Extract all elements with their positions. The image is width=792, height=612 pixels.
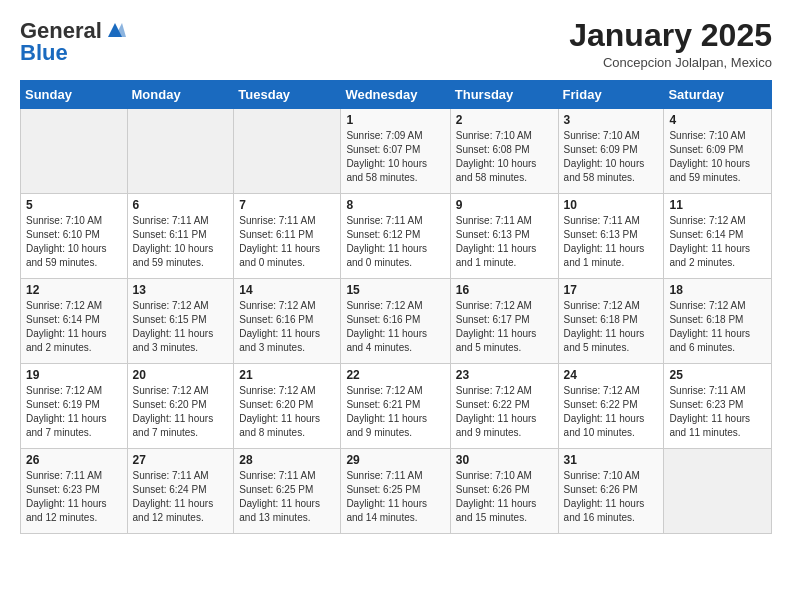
day-info: Sunrise: 7:10 AM Sunset: 6:09 PM Dayligh…	[669, 129, 766, 185]
calendar-cell: 23Sunrise: 7:12 AM Sunset: 6:22 PM Dayli…	[450, 364, 558, 449]
day-number: 9	[456, 198, 553, 212]
col-header-sunday: Sunday	[21, 81, 128, 109]
month-title: January 2025	[569, 18, 772, 53]
day-info: Sunrise: 7:12 AM Sunset: 6:17 PM Dayligh…	[456, 299, 553, 355]
day-number: 28	[239, 453, 335, 467]
day-info: Sunrise: 7:12 AM Sunset: 6:18 PM Dayligh…	[564, 299, 659, 355]
day-number: 5	[26, 198, 122, 212]
calendar-cell	[21, 109, 128, 194]
day-info: Sunrise: 7:11 AM Sunset: 6:23 PM Dayligh…	[26, 469, 122, 525]
calendar-cell: 28Sunrise: 7:11 AM Sunset: 6:25 PM Dayli…	[234, 449, 341, 534]
day-info: Sunrise: 7:12 AM Sunset: 6:22 PM Dayligh…	[456, 384, 553, 440]
day-number: 10	[564, 198, 659, 212]
day-info: Sunrise: 7:12 AM Sunset: 6:16 PM Dayligh…	[239, 299, 335, 355]
calendar-cell: 11Sunrise: 7:12 AM Sunset: 6:14 PM Dayli…	[664, 194, 772, 279]
day-info: Sunrise: 7:12 AM Sunset: 6:22 PM Dayligh…	[564, 384, 659, 440]
calendar-cell: 24Sunrise: 7:12 AM Sunset: 6:22 PM Dayli…	[558, 364, 664, 449]
calendar-cell: 4Sunrise: 7:10 AM Sunset: 6:09 PM Daylig…	[664, 109, 772, 194]
location-text: Concepcion Jolalpan, Mexico	[569, 55, 772, 70]
calendar-cell: 15Sunrise: 7:12 AM Sunset: 6:16 PM Dayli…	[341, 279, 450, 364]
calendar-week-3: 19Sunrise: 7:12 AM Sunset: 6:19 PM Dayli…	[21, 364, 772, 449]
day-number: 26	[26, 453, 122, 467]
calendar-cell: 7Sunrise: 7:11 AM Sunset: 6:11 PM Daylig…	[234, 194, 341, 279]
calendar-cell: 27Sunrise: 7:11 AM Sunset: 6:24 PM Dayli…	[127, 449, 234, 534]
col-header-tuesday: Tuesday	[234, 81, 341, 109]
day-number: 13	[133, 283, 229, 297]
day-info: Sunrise: 7:11 AM Sunset: 6:23 PM Dayligh…	[669, 384, 766, 440]
logo-icon	[104, 19, 126, 41]
day-info: Sunrise: 7:10 AM Sunset: 6:08 PM Dayligh…	[456, 129, 553, 185]
day-info: Sunrise: 7:11 AM Sunset: 6:11 PM Dayligh…	[133, 214, 229, 270]
calendar-cell: 20Sunrise: 7:12 AM Sunset: 6:20 PM Dayli…	[127, 364, 234, 449]
day-info: Sunrise: 7:12 AM Sunset: 6:14 PM Dayligh…	[669, 214, 766, 270]
day-number: 4	[669, 113, 766, 127]
day-number: 21	[239, 368, 335, 382]
day-info: Sunrise: 7:12 AM Sunset: 6:16 PM Dayligh…	[346, 299, 444, 355]
day-number: 17	[564, 283, 659, 297]
calendar-cell: 3Sunrise: 7:10 AM Sunset: 6:09 PM Daylig…	[558, 109, 664, 194]
day-number: 11	[669, 198, 766, 212]
day-number: 29	[346, 453, 444, 467]
day-info: Sunrise: 7:11 AM Sunset: 6:11 PM Dayligh…	[239, 214, 335, 270]
calendar-week-4: 26Sunrise: 7:11 AM Sunset: 6:23 PM Dayli…	[21, 449, 772, 534]
day-number: 23	[456, 368, 553, 382]
day-number: 3	[564, 113, 659, 127]
day-info: Sunrise: 7:12 AM Sunset: 6:18 PM Dayligh…	[669, 299, 766, 355]
col-header-thursday: Thursday	[450, 81, 558, 109]
col-header-monday: Monday	[127, 81, 234, 109]
title-block: January 2025 Concepcion Jolalpan, Mexico	[569, 18, 772, 70]
calendar-cell: 19Sunrise: 7:12 AM Sunset: 6:19 PM Dayli…	[21, 364, 128, 449]
day-info: Sunrise: 7:11 AM Sunset: 6:12 PM Dayligh…	[346, 214, 444, 270]
day-info: Sunrise: 7:11 AM Sunset: 6:13 PM Dayligh…	[564, 214, 659, 270]
day-number: 18	[669, 283, 766, 297]
day-info: Sunrise: 7:10 AM Sunset: 6:10 PM Dayligh…	[26, 214, 122, 270]
calendar-cell: 5Sunrise: 7:10 AM Sunset: 6:10 PM Daylig…	[21, 194, 128, 279]
calendar-cell: 26Sunrise: 7:11 AM Sunset: 6:23 PM Dayli…	[21, 449, 128, 534]
page-header: General Blue January 2025 Concepcion Jol…	[20, 18, 772, 70]
calendar-cell: 17Sunrise: 7:12 AM Sunset: 6:18 PM Dayli…	[558, 279, 664, 364]
calendar-cell: 14Sunrise: 7:12 AM Sunset: 6:16 PM Dayli…	[234, 279, 341, 364]
day-info: Sunrise: 7:09 AM Sunset: 6:07 PM Dayligh…	[346, 129, 444, 185]
calendar-week-2: 12Sunrise: 7:12 AM Sunset: 6:14 PM Dayli…	[21, 279, 772, 364]
calendar-cell: 8Sunrise: 7:11 AM Sunset: 6:12 PM Daylig…	[341, 194, 450, 279]
day-info: Sunrise: 7:11 AM Sunset: 6:25 PM Dayligh…	[239, 469, 335, 525]
calendar-cell: 31Sunrise: 7:10 AM Sunset: 6:26 PM Dayli…	[558, 449, 664, 534]
calendar-cell: 18Sunrise: 7:12 AM Sunset: 6:18 PM Dayli…	[664, 279, 772, 364]
day-info: Sunrise: 7:10 AM Sunset: 6:26 PM Dayligh…	[456, 469, 553, 525]
day-number: 25	[669, 368, 766, 382]
calendar-cell: 25Sunrise: 7:11 AM Sunset: 6:23 PM Dayli…	[664, 364, 772, 449]
day-info: Sunrise: 7:12 AM Sunset: 6:15 PM Dayligh…	[133, 299, 229, 355]
day-number: 24	[564, 368, 659, 382]
calendar-week-0: 1Sunrise: 7:09 AM Sunset: 6:07 PM Daylig…	[21, 109, 772, 194]
day-number: 19	[26, 368, 122, 382]
day-number: 31	[564, 453, 659, 467]
col-header-saturday: Saturday	[664, 81, 772, 109]
calendar-cell	[234, 109, 341, 194]
calendar-cell: 30Sunrise: 7:10 AM Sunset: 6:26 PM Dayli…	[450, 449, 558, 534]
calendar-cell: 1Sunrise: 7:09 AM Sunset: 6:07 PM Daylig…	[341, 109, 450, 194]
logo: General Blue	[20, 18, 126, 66]
calendar-cell: 29Sunrise: 7:11 AM Sunset: 6:25 PM Dayli…	[341, 449, 450, 534]
day-number: 27	[133, 453, 229, 467]
day-info: Sunrise: 7:12 AM Sunset: 6:20 PM Dayligh…	[133, 384, 229, 440]
day-number: 8	[346, 198, 444, 212]
day-number: 16	[456, 283, 553, 297]
day-info: Sunrise: 7:12 AM Sunset: 6:19 PM Dayligh…	[26, 384, 122, 440]
day-info: Sunrise: 7:12 AM Sunset: 6:20 PM Dayligh…	[239, 384, 335, 440]
calendar-header-row: SundayMondayTuesdayWednesdayThursdayFrid…	[21, 81, 772, 109]
calendar-cell: 2Sunrise: 7:10 AM Sunset: 6:08 PM Daylig…	[450, 109, 558, 194]
day-number: 6	[133, 198, 229, 212]
day-info: Sunrise: 7:11 AM Sunset: 6:24 PM Dayligh…	[133, 469, 229, 525]
col-header-friday: Friday	[558, 81, 664, 109]
day-info: Sunrise: 7:11 AM Sunset: 6:25 PM Dayligh…	[346, 469, 444, 525]
day-number: 7	[239, 198, 335, 212]
day-info: Sunrise: 7:10 AM Sunset: 6:09 PM Dayligh…	[564, 129, 659, 185]
calendar-cell: 9Sunrise: 7:11 AM Sunset: 6:13 PM Daylig…	[450, 194, 558, 279]
day-number: 2	[456, 113, 553, 127]
calendar-cell: 16Sunrise: 7:12 AM Sunset: 6:17 PM Dayli…	[450, 279, 558, 364]
day-info: Sunrise: 7:12 AM Sunset: 6:21 PM Dayligh…	[346, 384, 444, 440]
day-number: 1	[346, 113, 444, 127]
calendar-cell: 13Sunrise: 7:12 AM Sunset: 6:15 PM Dayli…	[127, 279, 234, 364]
day-number: 30	[456, 453, 553, 467]
calendar-cell: 22Sunrise: 7:12 AM Sunset: 6:21 PM Dayli…	[341, 364, 450, 449]
